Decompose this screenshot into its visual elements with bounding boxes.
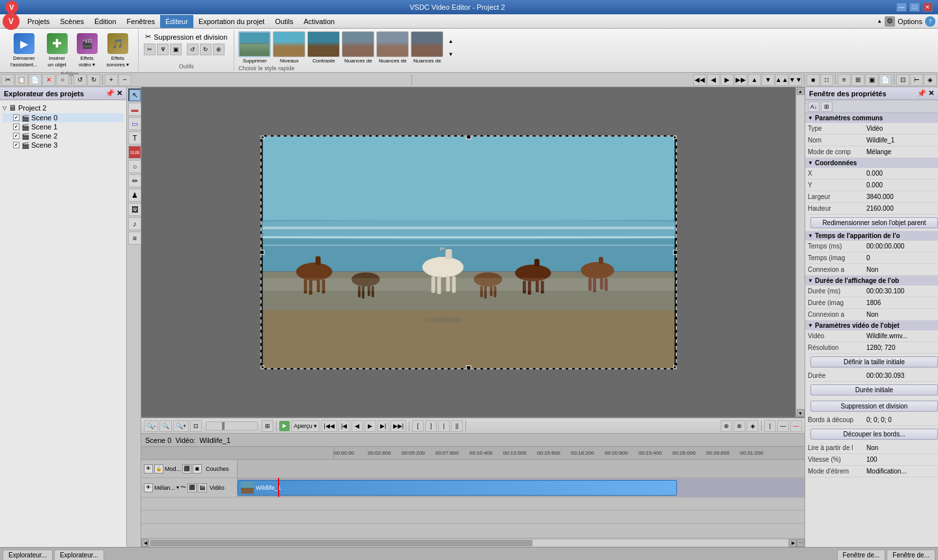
menu-edition[interactable]: Édition: [89, 15, 122, 28]
draw-red-tool[interactable]: ▬: [128, 103, 141, 116]
tl-zoom-btn[interactable]: ⊞: [262, 420, 273, 432]
tl-apercu[interactable]: Aperçu ▾: [291, 420, 320, 432]
tl-prev[interactable]: ◀: [352, 420, 363, 432]
prop-duree-imag[interactable]: Durée (imag 1806: [805, 297, 938, 309]
tl-next-frame[interactable]: ▶|: [378, 420, 389, 432]
prop-connexion-a2[interactable]: Connexion a Non: [805, 309, 938, 321]
handle-br[interactable]: [673, 366, 677, 369]
blue-rect-tool[interactable]: ▭: [128, 117, 141, 130]
hscroll-left[interactable]: ◀: [141, 539, 149, 547]
hscroll-dots[interactable]: ⋯: [797, 539, 805, 547]
tool-btn-6[interactable]: ⊕: [213, 44, 225, 55]
tree-scene3[interactable]: ✔ 🎬 Scene 3: [3, 140, 124, 150]
tool-btn-4[interactable]: ↺: [187, 44, 199, 55]
align-btn4[interactable]: ▶▶: [734, 74, 747, 86]
prop-x[interactable]: X 0.000: [805, 168, 938, 180]
style-supprimer[interactable]: Supprimer: [238, 31, 271, 64]
tab-explorer2[interactable]: Explorateur...: [54, 550, 104, 560]
section-coordonnees[interactable]: ▼ Coordonnées: [805, 158, 938, 168]
style-niveaux[interactable]: Niveaux: [273, 31, 305, 64]
styles-scroll[interactable]: ▲ ▼: [445, 34, 456, 60]
cut-icon[interactable]: ✂: [1, 74, 14, 86]
style-nuances3[interactable]: Nuances de: [411, 31, 443, 64]
tab-fenetre2[interactable]: Fenêtre de...: [887, 550, 935, 560]
prop-temps-imag[interactable]: Temps (imag 0: [805, 252, 938, 264]
tree-scene2[interactable]: ✔ 🎬 Scene 2: [3, 131, 124, 140]
track-video-eye[interactable]: 👁: [144, 483, 153, 492]
track-lock-btn[interactable]: 🔒: [154, 464, 163, 473]
misc-btn2[interactable]: ⊢: [910, 74, 923, 86]
tree-scene1[interactable]: ✔ 🎬 Scene 1: [3, 122, 124, 131]
prop-connexion-a1[interactable]: Connexion a Non: [805, 264, 938, 276]
prop-largeur[interactable]: Largeur 3840.000: [805, 191, 938, 203]
handle-bl[interactable]: [260, 366, 264, 369]
align-btn8[interactable]: ▼▼: [789, 74, 802, 86]
undo-icon[interactable]: ↺: [74, 74, 87, 86]
tl-zoom-slider[interactable]: [206, 421, 258, 431]
prop-y[interactable]: Y 0.000: [805, 180, 938, 191]
tl-misc4[interactable]: |: [764, 420, 776, 432]
prop-resolution[interactable]: Résolution 1280; 720: [805, 342, 938, 354]
props-pin-icon[interactable]: 📌: [917, 89, 926, 98]
misc-btn1[interactable]: ⊡: [896, 74, 909, 86]
menu-exportation[interactable]: Exportation du projet: [193, 15, 270, 28]
prop-nom[interactable]: Nom Wildlife_1: [805, 135, 938, 146]
handle-tl[interactable]: [260, 135, 264, 139]
handle-mr[interactable]: [673, 250, 677, 255]
menu-activation[interactable]: Activation: [299, 15, 340, 28]
pencil-tool[interactable]: ✏: [128, 174, 141, 187]
track-eye-btn[interactable]: 👁: [144, 464, 153, 473]
tl-misc1[interactable]: ⊕: [721, 420, 732, 432]
minimize-button[interactable]: —: [896, 3, 907, 12]
props-sort-cat[interactable]: ⊞: [821, 101, 833, 112]
suppression-division-button2[interactable]: Suppression et division: [810, 401, 938, 412]
tl-mark-out[interactable]: ]: [425, 420, 437, 432]
image-tool[interactable]: 🖼: [128, 203, 141, 216]
vscroll-up[interactable]: ▲: [797, 87, 805, 95]
menu-scenes[interactable]: Scènes: [55, 15, 89, 28]
tl-zoom-out2[interactable]: 🔍: [159, 420, 172, 432]
tl-mark-in[interactable]: [: [412, 420, 424, 432]
prop-temps-ms[interactable]: Temps (ms) 00:00:00.000: [805, 241, 938, 252]
tl-goto-end[interactable]: ▶▶|: [391, 420, 406, 432]
hscroll-thumb[interactable]: [150, 540, 532, 546]
settings-icon[interactable]: ⚙: [885, 16, 895, 27]
grid-btn[interactable]: ⊞: [851, 74, 864, 86]
tree-project2[interactable]: ▽ 🖥 Project 2: [3, 103, 124, 113]
vscroll-down[interactable]: ▼: [797, 409, 805, 417]
style-contraste[interactable]: Contraste: [307, 31, 340, 64]
zoom-in-icon[interactable]: +: [105, 74, 118, 86]
menu-projets[interactable]: Projets: [22, 15, 55, 28]
tool-btn-2[interactable]: ⛛: [157, 44, 169, 55]
tool-btn-3[interactable]: ▣: [170, 44, 182, 55]
tl-misc3[interactable]: ◈: [747, 420, 758, 432]
taille-initiale-button[interactable]: Définir la taille initiale: [810, 356, 938, 367]
section-temps-apparition[interactable]: ▼ Temps de l'apparition de l'o: [805, 231, 938, 241]
video-clip-wildlife[interactable]: Wildlife_1: [238, 480, 677, 496]
list-tool[interactable]: ≡: [128, 232, 141, 245]
text-tool[interactable]: T: [128, 131, 141, 144]
decouper-bords-button[interactable]: Découper les bords...: [810, 429, 938, 440]
prop-duree-ms[interactable]: Durée (ms) 00:00:30.100: [805, 286, 938, 297]
hscroll-right[interactable]: ▶: [789, 539, 797, 547]
options-label[interactable]: Options: [898, 18, 922, 25]
tl-prev-frame[interactable]: |◀: [338, 420, 350, 432]
tl-goto-start[interactable]: |◀◀: [321, 420, 337, 432]
prop-mode[interactable]: Mode de comp Mélange: [805, 146, 938, 158]
shape-tool[interactable]: ○: [128, 160, 141, 173]
effets-video-button[interactable]: 🎬 Effetsvidéo ▾: [73, 31, 102, 70]
suppression-division-button[interactable]: ✂ Suppression et division: [144, 31, 228, 42]
tl-mark-btn[interactable]: |: [438, 420, 450, 432]
align-left-icon[interactable]: ◀◀: [693, 74, 706, 86]
prop-lire[interactable]: Lire à partir de l Non: [805, 442, 938, 454]
tree-scene0[interactable]: ✔ 🎬 Scene 0: [3, 113, 124, 122]
paste-icon[interactable]: 📄: [29, 74, 42, 86]
align-btn2[interactable]: ◀: [707, 74, 720, 86]
misc-btn3[interactable]: ◈: [924, 74, 937, 86]
tl-next[interactable]: ▶: [365, 420, 376, 432]
close-button[interactable]: ✕: [922, 3, 933, 12]
timeline-hscroll[interactable]: ◀ ▶ ⋯: [141, 538, 805, 547]
layer-btn1[interactable]: ■: [807, 74, 820, 86]
tab-explorer1[interactable]: Explorateur...: [3, 550, 53, 560]
align-btn5[interactable]: ▲: [748, 74, 761, 86]
